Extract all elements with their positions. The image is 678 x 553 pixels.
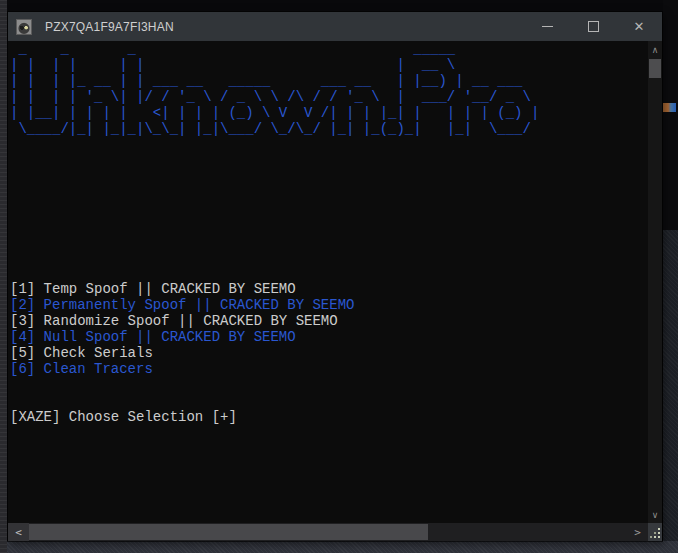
ascii-art-line: | | | | '_ \| |/ / '_ \ / _ \ \ /\ / / '…: [10, 89, 648, 105]
close-icon: ✕: [634, 20, 645, 33]
menu-item: [6] Clean Tracers: [10, 361, 648, 377]
background-bottom-band: [0, 541, 678, 553]
background-left-edge: [0, 0, 7, 553]
blank-line: [10, 185, 648, 201]
vertical-scrollbar-thumb[interactable]: [649, 59, 661, 78]
blank-line: [10, 217, 648, 233]
scroll-up-arrow[interactable]: ∧: [648, 41, 662, 58]
prompt-line: [XAZE] Choose Selection [+]: [10, 409, 648, 425]
blank-line: [10, 233, 648, 249]
console-client-area: _ _ _ _____| | | | | | | __ \| | | |_ __…: [8, 41, 662, 541]
minimize-icon: [542, 26, 553, 27]
console-output[interactable]: _ _ _ _____| | | | | | | __ \| | | |_ __…: [8, 41, 648, 523]
blank-line: [10, 201, 648, 217]
resize-grip-dots: [658, 536, 660, 538]
menu-item: [1] Temp Spoof || CRACKED BY SEEMO: [10, 281, 648, 297]
menu-item: [4] Null Spoof || CRACKED BY SEEMO: [10, 329, 648, 345]
blank-line: [10, 393, 648, 409]
ascii-art-line: | |__| | | | | <| | | | (_) \ V V /| | |…: [10, 105, 648, 121]
close-button[interactable]: ✕: [616, 12, 662, 41]
horizontal-scrollbar[interactable]: < >: [8, 523, 648, 541]
app-icon[interactable]: [16, 19, 32, 35]
menu-item: [5] Check Serials: [10, 345, 648, 361]
scroll-right-arrow[interactable]: >: [627, 523, 648, 541]
ascii-art-line: | | | | | | | __ \: [10, 57, 648, 73]
blank-line: [10, 249, 648, 265]
scroll-left-arrow[interactable]: <: [8, 523, 29, 541]
blank-line: [10, 265, 648, 281]
blank-line: [10, 377, 648, 393]
background-window-text-fragment: [663, 103, 676, 112]
window-controls: ✕: [524, 12, 662, 41]
blank-line: [10, 169, 648, 185]
background-right-lower: [663, 230, 678, 541]
maximize-button[interactable]: [570, 12, 616, 41]
background-right-band: [663, 0, 678, 553]
maximize-icon: [588, 21, 599, 32]
minimize-button[interactable]: [524, 12, 570, 41]
resize-grip[interactable]: [648, 523, 662, 541]
window-title: PZX7QA1F9A7FI3HAN: [45, 20, 174, 34]
scroll-down-arrow[interactable]: ∨: [648, 506, 662, 523]
menu-item: [2] Permanently Spoof || CRACKED BY SEEM…: [10, 297, 648, 313]
ascii-art-line: _ _ _ _____: [10, 41, 648, 57]
titlebar[interactable]: PZX7QA1F9A7FI3HAN ✕: [8, 12, 662, 41]
blank-line: [10, 137, 648, 153]
ascii-art-line: | | | |_ __ | | ___ __ _____ ___ __ | |_…: [10, 73, 648, 89]
horizontal-scrollbar-thumb[interactable]: [29, 524, 428, 540]
blank-line: [10, 153, 648, 169]
menu-item: [3] Randomize Spoof || CRACKED BY SEEMO: [10, 313, 648, 329]
vertical-scrollbar[interactable]: ∧ ∨: [648, 41, 662, 523]
console-window: PZX7QA1F9A7FI3HAN ✕ _ _ _ _____| | | | |…: [8, 12, 662, 541]
ascii-art-line: \____/|_| |_|_|\_\_| |_|\___/ \_/\_/ |_|…: [10, 121, 648, 137]
